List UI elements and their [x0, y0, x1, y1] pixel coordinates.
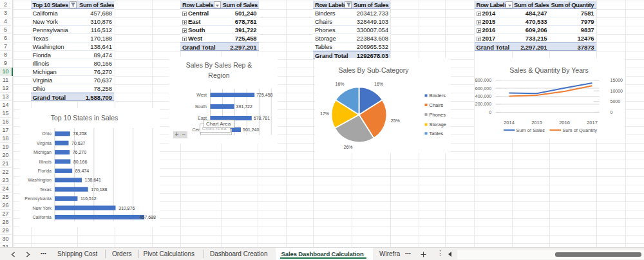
- svg-text:2017: 2017: [587, 120, 598, 125]
- svg-text:South: South: [194, 104, 206, 109]
- svg-text:Sum of Quantity: Sum of Quantity: [562, 127, 597, 133]
- svg-text:New York: New York: [32, 206, 52, 210]
- svg-text:Florida: Florida: [38, 169, 52, 173]
- svg-text:78,258: 78,258: [73, 131, 87, 136]
- svg-text:0: 0: [610, 110, 612, 115]
- svg-text:Virginia: Virginia: [37, 141, 52, 146]
- svg-text:200,000: 200,000: [475, 102, 491, 106]
- svg-text:89,474: 89,474: [75, 169, 90, 173]
- svg-text:Storage: Storage: [430, 122, 446, 127]
- svg-text:16%: 16%: [374, 82, 383, 86]
- svg-text:Ohio: Ohio: [42, 131, 52, 136]
- svg-text:Tables: Tables: [430, 131, 444, 136]
- svg-text:5000: 5000: [610, 99, 620, 104]
- svg-text:California: California: [32, 215, 52, 219]
- svg-text:501,240: 501,240: [243, 127, 259, 132]
- svg-text:Michigan: Michigan: [33, 150, 52, 155]
- svg-text:Sales By Sales Rep &: Sales By Sales Rep &: [185, 61, 252, 69]
- svg-text:Chairs: Chairs: [430, 102, 444, 107]
- svg-text:678,781: 678,781: [253, 116, 269, 120]
- svg-text:17%: 17%: [320, 111, 329, 116]
- svg-text:391,722: 391,722: [236, 104, 252, 109]
- svg-text:Sales & Quantity By Years: Sales & Quantity By Years: [509, 66, 589, 74]
- svg-text:138,641: 138,641: [85, 178, 101, 182]
- svg-text:0: 0: [489, 110, 491, 115]
- svg-text:25%: 25%: [391, 118, 400, 123]
- svg-text:457,688: 457,688: [140, 215, 156, 219]
- svg-text:Washington: Washington: [28, 178, 52, 183]
- svg-text:600,000: 600,000: [475, 86, 491, 91]
- svg-text:15000: 15000: [610, 78, 623, 82]
- svg-text:Pennsylvania: Pennsylvania: [24, 196, 52, 201]
- svg-text:116,512: 116,512: [80, 196, 97, 201]
- svg-text:2015: 2015: [531, 120, 542, 125]
- svg-text:10000: 10000: [610, 89, 623, 93]
- svg-text:West: West: [196, 93, 207, 97]
- svg-text:70,637: 70,637: [71, 141, 86, 145]
- svg-text:Top 10 States in Sales: Top 10 States in Sales: [51, 114, 118, 122]
- svg-text:2016: 2016: [559, 120, 570, 125]
- svg-text:Phones: Phones: [430, 111, 446, 117]
- svg-text:800,000: 800,000: [475, 78, 491, 82]
- svg-text:Sum of Sales: Sum of Sales: [516, 127, 545, 133]
- svg-text:16%: 16%: [336, 81, 345, 86]
- svg-text:Texas: Texas: [40, 187, 52, 192]
- svg-text:Region: Region: [208, 71, 229, 79]
- svg-text:76,270: 76,270: [73, 150, 87, 154]
- svg-text:80,166: 80,166: [73, 160, 88, 164]
- svg-text:Illinois: Illinois: [39, 160, 52, 164]
- svg-text:26%: 26%: [344, 144, 353, 149]
- svg-text:400,000: 400,000: [475, 94, 491, 98]
- svg-text:725,458: 725,458: [256, 93, 272, 97]
- svg-text:Binders: Binders: [430, 93, 446, 98]
- svg-text:310,876: 310,876: [118, 206, 135, 210]
- svg-text:Sales By Sub-Category: Sales By Sub-Category: [338, 66, 409, 74]
- svg-text:170,188: 170,188: [91, 187, 107, 192]
- svg-text:2014: 2014: [504, 120, 515, 125]
